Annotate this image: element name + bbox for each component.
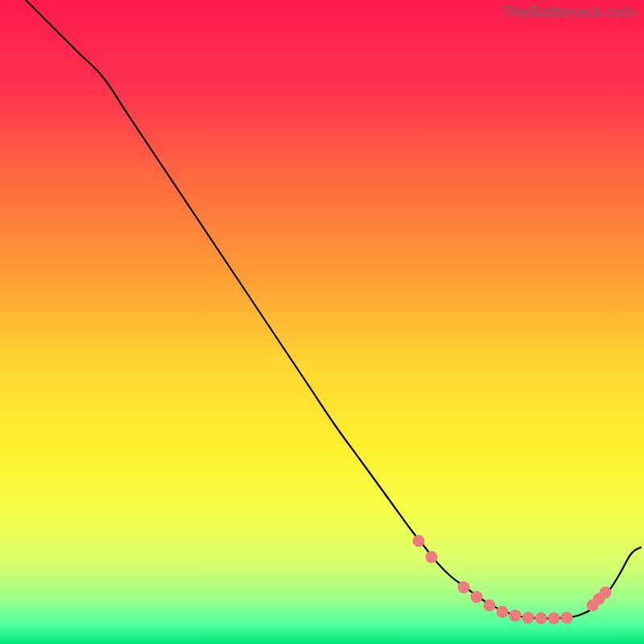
marker-dot (548, 613, 560, 625)
marker-dot (561, 612, 573, 624)
watermark-text: TheBottleneck.com (502, 3, 636, 21)
marker-dot (426, 551, 438, 564)
marker-dot (535, 613, 547, 625)
marker-dot (413, 535, 425, 547)
chart-canvas (0, 0, 644, 644)
gradient-background (0, 0, 644, 644)
bottleneck-chart: TheBottleneck.com (0, 0, 644, 644)
marker-dot (497, 606, 509, 618)
marker-dot (522, 612, 535, 624)
marker-dot (510, 609, 522, 621)
marker-dot (600, 587, 612, 599)
marker-dot (484, 600, 496, 612)
marker-dot (471, 591, 483, 603)
marker-dot (458, 581, 470, 593)
